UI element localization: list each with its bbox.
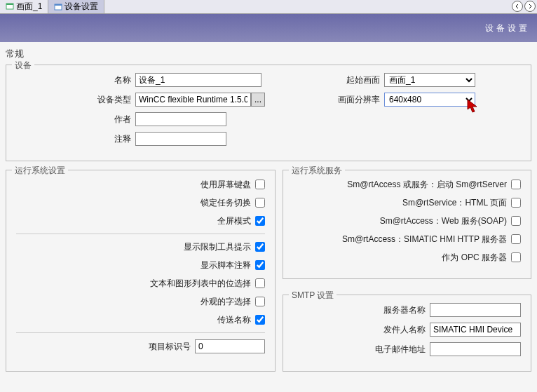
section-general: 常规 [6, 48, 531, 60]
label-font-sel: 外观的字选择 [200, 296, 251, 308]
label-smart-html: Sm@rtService：HTML 页面 [402, 197, 507, 209]
divider [16, 332, 265, 333]
check-smart-access[interactable] [511, 180, 521, 189]
nav-prev-button[interactable] [512, 1, 523, 12]
group-label-rt-settings: 运行系统设置 [12, 165, 68, 177]
group-smtp: SMTP 设置 服务器名称 发件人名称 电子邮件地址 [283, 295, 531, 372]
label-fullscreen: 全屏模式 [217, 215, 251, 227]
group-label-device: 设备 [12, 60, 34, 72]
tab-label: 设备设置 [64, 1, 98, 13]
label-sender: 发件人名称 [383, 324, 430, 336]
tab-bar: 画面_1 设备设置 [0, 0, 537, 14]
svg-rect-1 [6, 4, 13, 5]
check-smart-http[interactable] [511, 234, 521, 244]
label-smart-http: Sm@rtAccess：SIMATIC HMI HTTP 服务器 [342, 234, 507, 245]
input-proj-id[interactable] [195, 339, 265, 353]
label-use-keyboard: 使用屏幕键盘 [200, 179, 251, 191]
label-author: 作者 [16, 114, 135, 126]
group-rt-services: 运行系统服务 Sm@rtAccess 或服务：启动 Sm@rtServer Sm… [283, 170, 531, 279]
title-band: 设备设置 [0, 14, 537, 42]
type-browse-button[interactable]: ... [251, 93, 265, 107]
group-label-rt-services: 运行系统服务 [289, 165, 345, 177]
check-show-script[interactable] [255, 260, 265, 270]
check-smart-html[interactable] [511, 198, 521, 208]
label-start-screen: 起始画面 [279, 74, 384, 86]
input-name[interactable] [135, 73, 261, 87]
svg-rect-3 [55, 4, 62, 6]
check-show-limit[interactable] [255, 242, 265, 252]
input-comment[interactable] [135, 132, 226, 146]
input-email[interactable] [430, 342, 521, 356]
nav-arrows [512, 1, 536, 12]
check-fullscreen[interactable] [255, 216, 265, 226]
label-opc: 作为 OPC 服务器 [442, 252, 507, 264]
label-server: 服务器名称 [383, 304, 430, 316]
divider [16, 234, 265, 234]
input-author[interactable] [135, 112, 226, 126]
check-text-pos[interactable] [255, 278, 265, 288]
content: 常规 设备 名称 设备类型 ... 作者 注释 [0, 42, 537, 392]
input-server[interactable] [430, 303, 521, 317]
check-opc[interactable] [511, 252, 521, 262]
label-lock-task: 锁定任务切换 [200, 197, 251, 209]
input-sender[interactable] [430, 323, 521, 337]
select-resolution[interactable]: 640x480 [384, 93, 475, 107]
settings-icon [54, 3, 62, 11]
label-comment: 注释 [16, 133, 135, 145]
nav-next-button[interactable] [524, 1, 536, 12]
check-lock-task[interactable] [255, 198, 265, 208]
label-type: 设备类型 [16, 94, 135, 106]
select-start-screen[interactable]: 画面_1 [384, 73, 475, 87]
group-label-smtp: SMTP 设置 [289, 290, 337, 302]
label-smart-web: Sm@rtAccess：Web 服务(SOAP) [380, 215, 507, 227]
label-text-pos: 文本和图形列表中的位选择 [150, 278, 251, 290]
tab-device-settings[interactable]: 设备设置 [48, 0, 104, 13]
label-resolution: 画面分辨率 [279, 94, 384, 106]
check-smart-web[interactable] [511, 216, 521, 226]
check-trans-name[interactable] [255, 315, 265, 325]
label-name: 名称 [16, 74, 135, 86]
page-title: 设备设置 [485, 22, 530, 34]
check-use-keyboard[interactable] [255, 180, 265, 189]
label-proj-id: 项目标识号 [149, 341, 195, 353]
check-font-sel[interactable] [255, 297, 265, 306]
tab-label: 画面_1 [16, 1, 42, 13]
label-show-limit: 显示限制工具提示 [184, 241, 251, 253]
label-smart-access: Sm@rtAccess 或服务：启动 Sm@rtServer [347, 179, 507, 191]
label-show-script: 显示脚本注释 [200, 259, 251, 271]
input-type[interactable] [135, 93, 251, 107]
group-device: 设备 名称 设备类型 ... 作者 注释 [6, 65, 531, 161]
label-email: 电子邮件地址 [375, 344, 430, 356]
group-rt-settings: 运行系统设置 使用屏幕键盘 锁定任务切换 全屏模式 显示限制工具提示 显示脚本注… [6, 170, 276, 372]
tab-screen1[interactable]: 画面_1 [0, 0, 48, 13]
screen-icon [6, 3, 14, 11]
label-trans-name: 传送名称 [217, 314, 251, 326]
